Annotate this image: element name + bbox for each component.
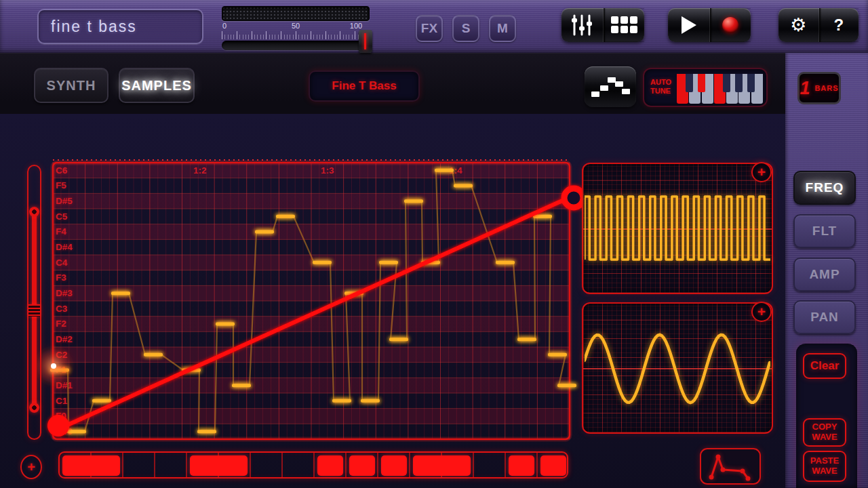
fx-button[interactable]: FX: [416, 15, 443, 42]
auto-tune-label: AUTO TUNE: [650, 78, 671, 96]
master-volume-slider[interactable]: [222, 41, 370, 50]
freq-range-slider-top-knob[interactable]: [29, 207, 39, 217]
wave-slot-a-add-button[interactable]: +: [751, 162, 772, 182]
svg-text:C3: C3: [56, 304, 68, 314]
tab-samples[interactable]: SAMPLES: [119, 68, 195, 103]
envelope-button[interactable]: [700, 448, 761, 485]
tab-amp[interactable]: AMP: [793, 258, 856, 291]
mixer-view-button[interactable]: [561, 8, 603, 42]
auto-tune-keyboard[interactable]: [677, 74, 764, 104]
note-length-block-6[interactable]: [509, 455, 534, 476]
play-button[interactable]: [668, 8, 709, 42]
solo-button[interactable]: S: [452, 15, 479, 42]
paste-wave-button[interactable]: PASTE WAVE: [803, 451, 846, 482]
auto-tune-panel[interactable]: AUTO TUNE: [643, 68, 768, 107]
note-length-block-1[interactable]: [190, 455, 248, 476]
freq-range-slider-grip[interactable]: [28, 304, 40, 317]
step-pattern-button[interactable]: [585, 66, 636, 107]
freq-range-slider[interactable]: [27, 165, 41, 440]
copy-wave-button[interactable]: COPY WAVE: [803, 418, 846, 447]
svg-text:D#2: D#2: [56, 334, 73, 344]
svg-text:F3: F3: [56, 272, 66, 283]
sample-title-display: Fine T Bass: [309, 70, 420, 102]
note-length-block-3[interactable]: [349, 455, 375, 476]
clear-button[interactable]: Clear: [803, 353, 846, 379]
preset-name-text: fine t bass: [51, 18, 137, 36]
help-icon: ?: [833, 16, 844, 35]
app-window: fine t bass 0 50 100 FX S M: [0, 0, 868, 488]
pattern-grid-button[interactable]: [603, 8, 645, 42]
svg-text:1:3: 1:3: [321, 165, 334, 176]
volume-scale-0: 0: [216, 22, 233, 30]
piano-black-key-2[interactable]: [723, 74, 730, 92]
piano-black-key-3[interactable]: [735, 74, 743, 92]
volume-scale-50: 50: [288, 22, 304, 30]
note-length-block-2[interactable]: [317, 455, 343, 476]
mute-button[interactable]: M: [489, 15, 516, 42]
volume-scale-100: 100: [348, 22, 364, 30]
svg-text:F2: F2: [56, 319, 66, 329]
settings-button[interactable]: ⚙: [778, 8, 818, 42]
note-length-block-0[interactable]: [62, 455, 120, 476]
svg-text:F4: F4: [56, 226, 66, 237]
piano-black-key-0[interactable]: [686, 74, 693, 92]
svg-text:C5: C5: [56, 211, 68, 222]
record-icon: [722, 17, 738, 33]
svg-text:C6: C6: [56, 165, 68, 176]
settings-group: ⚙ ?: [778, 8, 859, 42]
wave-slot-b-add-button[interactable]: +: [751, 302, 772, 322]
master-volume-handle[interactable]: [359, 30, 372, 53]
wave-slot-b-panel[interactable]: [582, 302, 773, 434]
play-icon: [679, 15, 698, 35]
piano-black-key-1[interactable]: [698, 74, 705, 92]
bars-display[interactable]: 1 BARS: [797, 72, 841, 104]
note-length-block-5[interactable]: [413, 455, 471, 476]
svg-text:D#3: D#3: [56, 288, 73, 298]
view-switch-group: [561, 8, 644, 42]
record-button[interactable]: [709, 8, 751, 42]
help-button[interactable]: ?: [818, 8, 859, 42]
bars-unit-label: BARS: [814, 84, 838, 92]
volume-ruler-minor-ticks: [222, 35, 370, 39]
svg-text:F5: F5: [56, 180, 66, 190]
piano-black-key-4[interactable]: [747, 74, 755, 92]
svg-text:D#5: D#5: [56, 196, 73, 206]
transport-group: [668, 8, 751, 42]
square-wave-plot: [585, 165, 770, 291]
note-length-row[interactable]: [58, 451, 568, 479]
tab-freq[interactable]: FREQ: [793, 171, 856, 205]
sine-wave-plot: [585, 305, 770, 431]
preset-name-field[interactable]: fine t bass: [37, 9, 203, 44]
wave-slot-a-panel[interactable]: [582, 163, 773, 294]
led-level-meter: [222, 6, 370, 21]
pattern-grid-icon: [610, 15, 638, 35]
add-lane-button[interactable]: +: [20, 455, 42, 479]
wave-actions-panel: Clear COPY WAVE PASTE WAVE: [796, 344, 857, 488]
note-length-block-7[interactable]: [540, 455, 566, 476]
tab-pan[interactable]: PAN: [793, 300, 856, 334]
envelope-icon: [702, 450, 759, 483]
svg-text:D#4: D#4: [56, 242, 73, 252]
svg-text:C4: C4: [56, 258, 68, 268]
svg-text:1:2: 1:2: [193, 165, 207, 176]
gear-icon: ⚙: [790, 16, 806, 35]
svg-text:C1: C1: [56, 396, 68, 406]
tab-flt[interactable]: FLT: [793, 214, 856, 248]
svg-text:D#1: D#1: [56, 380, 73, 390]
note-length-block-4[interactable]: [381, 455, 407, 476]
step-pattern-icon: [586, 69, 635, 104]
bars-value: 1: [800, 78, 810, 99]
tab-synth[interactable]: SYNTH: [34, 68, 108, 103]
freq-range-slider-bottom-knob[interactable]: [29, 403, 39, 413]
mixer-faders-icon: [568, 14, 595, 37]
